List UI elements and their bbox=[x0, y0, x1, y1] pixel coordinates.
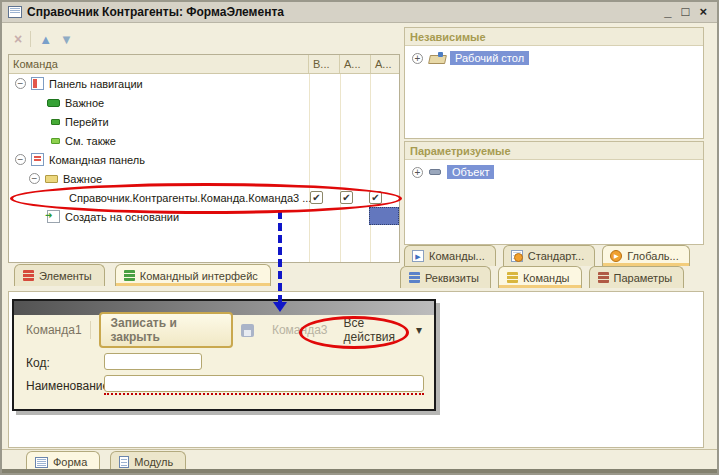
tree-row-goto[interactable]: Перейти bbox=[9, 112, 399, 131]
navigation-panel-icon bbox=[31, 77, 44, 90]
object-icon bbox=[429, 169, 441, 175]
tab-elements[interactable]: Элементы bbox=[14, 264, 105, 286]
column-header-auto1[interactable]: А... bbox=[339, 55, 370, 73]
outer-tab-strip: Реквизиты Команды Параметры bbox=[400, 266, 684, 288]
form-tab-icon bbox=[35, 457, 48, 468]
save-close-button[interactable]: Записать и закрыть bbox=[99, 312, 233, 348]
all-actions-button[interactable]: Все действия ▾ bbox=[344, 316, 422, 344]
required-field-underline bbox=[104, 393, 424, 395]
code-field-label: Код: bbox=[26, 356, 50, 370]
tab-global[interactable]: ▶ Глобаль... bbox=[602, 245, 689, 266]
tree-row-navigation-panel[interactable]: − Панель навигации bbox=[9, 74, 399, 93]
command-toolbar: × ▲ ▼ bbox=[8, 27, 400, 51]
designer-window: Справочник Контрагенты: ФормаЭлемента _ … bbox=[0, 0, 719, 475]
left-tab-strip: Элементы Командный интерфейс bbox=[8, 264, 271, 286]
tree-header: Команда В... А... А... bbox=[9, 55, 399, 74]
collapse-icon[interactable]: − bbox=[29, 173, 40, 184]
collapse-icon[interactable]: − bbox=[15, 154, 26, 165]
code-input[interactable] bbox=[104, 353, 202, 370]
all-actions-label: Все действия bbox=[344, 316, 413, 344]
elements-stack-icon bbox=[23, 270, 34, 281]
tree-row-command3[interactable]: Справочник.Контрагенты.Команда.Команда3 … bbox=[9, 188, 399, 207]
standard-icon bbox=[511, 250, 523, 262]
object-item-label[interactable]: Объект bbox=[447, 165, 494, 179]
desktop-item-label[interactable]: Рабочий стол bbox=[450, 51, 529, 65]
tab-label: Реквизиты bbox=[425, 272, 479, 284]
see-also-group-icon bbox=[51, 138, 60, 144]
tab-parameters[interactable]: Параметры bbox=[589, 266, 685, 288]
toolbar-separator bbox=[90, 321, 91, 339]
independent-section: Независимые + Рабочий стол bbox=[404, 27, 704, 139]
command-interface-tree: Команда В... А... А... − Панель навигаци… bbox=[8, 54, 400, 263]
tree-row-desktop[interactable]: + Рабочий стол bbox=[405, 46, 703, 65]
auto-checkbox-1[interactable]: ✔ bbox=[340, 191, 353, 204]
tab-label: Стандарт... bbox=[528, 250, 584, 262]
move-up-icon[interactable]: ▲ bbox=[39, 32, 52, 47]
column-header-auto2[interactable]: А... bbox=[370, 55, 399, 73]
tab-label: Элементы bbox=[39, 270, 92, 282]
tab-attributes[interactable]: Реквизиты bbox=[400, 266, 491, 288]
dashed-arrow-head bbox=[273, 302, 287, 312]
collapse-icon[interactable]: − bbox=[15, 78, 26, 89]
tree-row-create-based-on[interactable]: Создать на основании bbox=[9, 207, 399, 226]
tab-command-interface[interactable]: Командный интерфейс bbox=[115, 264, 271, 286]
tab-commands[interactable]: Команды bbox=[498, 266, 582, 288]
expand-icon[interactable]: + bbox=[412, 53, 423, 64]
tree-row-label: Важное bbox=[63, 173, 102, 185]
chevron-down-icon: ▾ bbox=[416, 323, 422, 337]
form-preview-window: Команда1 Записать и закрыть Команда3 Все… bbox=[12, 299, 436, 411]
tree-row-label: Перейти bbox=[65, 116, 109, 128]
command-interface-stack-icon bbox=[124, 270, 135, 281]
tree-row-command-panel[interactable]: − Командная панель bbox=[9, 150, 399, 169]
preview-toolbar: Команда1 Записать и закрыть Команда3 Все… bbox=[14, 315, 434, 345]
create-based-on-icon bbox=[47, 210, 60, 223]
goto-group-icon bbox=[51, 119, 60, 125]
form-window-icon bbox=[8, 6, 22, 18]
column-header-visible[interactable]: В... bbox=[308, 55, 339, 73]
important-group-icon bbox=[47, 99, 60, 107]
window-bottom-frame bbox=[2, 469, 717, 473]
toolbar-separator bbox=[30, 31, 31, 47]
window-title: Справочник Контрагенты: ФормаЭлемента bbox=[27, 5, 284, 19]
tab-label: Глобаль... bbox=[627, 250, 678, 262]
expand-icon[interactable]: + bbox=[412, 167, 423, 178]
tree-row-label: Создать на основании bbox=[65, 211, 179, 223]
tree-row-see-also[interactable]: См. также bbox=[9, 131, 399, 150]
desktop-icon bbox=[429, 52, 444, 64]
delete-icon[interactable]: × bbox=[14, 31, 22, 47]
move-down-icon[interactable]: ▼ bbox=[60, 32, 73, 47]
command1-button[interactable]: Команда1 bbox=[26, 323, 82, 337]
auto-checkbox-2[interactable]: ✔ bbox=[369, 191, 382, 204]
window-controls: _ □ × bbox=[664, 6, 711, 18]
independent-header: Независимые bbox=[405, 28, 703, 46]
parameterized-header: Параметризуемые bbox=[405, 142, 703, 160]
tab-label: Форма bbox=[53, 456, 87, 468]
commands-source-panel: Независимые + Рабочий стол Параметризуем… bbox=[404, 27, 704, 289]
tree-row-important-cmd[interactable]: − Важное bbox=[9, 169, 399, 188]
tab-commands-src[interactable]: ▶ Команды... bbox=[404, 245, 496, 266]
name-field-label: Наименование: bbox=[26, 379, 113, 393]
close-icon[interactable]: × bbox=[699, 6, 707, 18]
command-panel-icon bbox=[31, 153, 44, 166]
module-tab-icon bbox=[119, 456, 129, 468]
commands-stack-icon bbox=[507, 272, 518, 283]
tab-standard[interactable]: Стандарт... bbox=[503, 245, 595, 266]
tree-row-label: Панель навигации bbox=[49, 78, 143, 90]
tab-label: Команды... bbox=[429, 250, 485, 262]
tree-body: − Панель навигации Важное Перейти См. та… bbox=[9, 74, 399, 262]
column-header-command[interactable]: Команда bbox=[9, 55, 308, 73]
parameters-stack-icon bbox=[598, 272, 609, 283]
tree-row-object[interactable]: + Объект bbox=[405, 160, 703, 179]
tree-row-label: Командная панель bbox=[49, 154, 145, 166]
name-input[interactable] bbox=[104, 375, 424, 392]
save-icon[interactable] bbox=[241, 324, 254, 337]
minimize-icon[interactable]: _ bbox=[664, 6, 671, 18]
tab-label: Команды bbox=[523, 272, 570, 284]
visible-checkbox[interactable]: ✔ bbox=[310, 191, 323, 204]
focused-cell[interactable] bbox=[369, 207, 399, 225]
global-play-icon: ▶ bbox=[610, 250, 622, 262]
tree-row-important-nav[interactable]: Важное bbox=[9, 93, 399, 112]
maximize-icon[interactable]: □ bbox=[682, 6, 690, 18]
command3-button[interactable]: Команда3 bbox=[272, 323, 328, 337]
attributes-stack-icon bbox=[409, 272, 420, 283]
